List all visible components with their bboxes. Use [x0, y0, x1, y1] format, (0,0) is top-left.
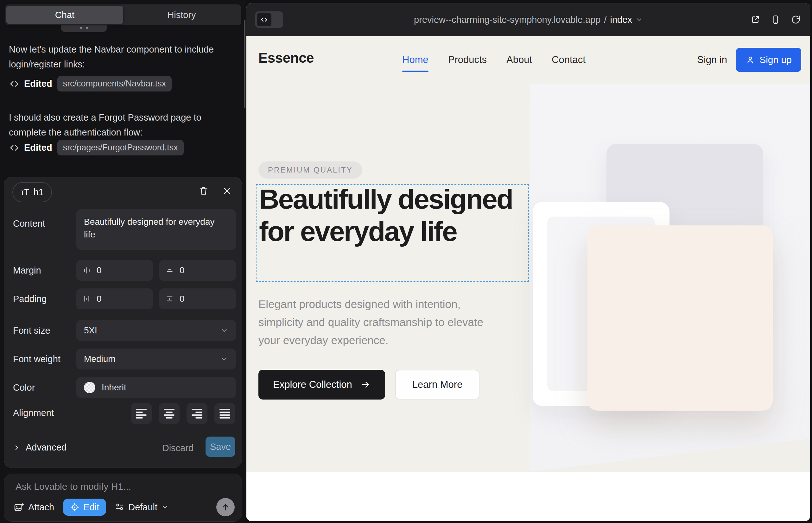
align-center-icon — [164, 409, 175, 418]
chat-sidebar: Chat History Now let's update the Navbar… — [0, 0, 246, 523]
edited-label: Edited — [24, 78, 52, 89]
font-size-value: 5XL — [84, 325, 100, 336]
code-preview-toggle[interactable] — [255, 12, 283, 28]
send-button[interactable] — [216, 498, 235, 516]
chevron-right-icon — [13, 444, 21, 451]
explore-collection-label: Explore Collection — [273, 379, 352, 390]
element-selection-outline[interactable]: Beautifully designed for everyday life — [256, 184, 529, 282]
hero-visual-panel — [530, 84, 810, 472]
advanced-label: Advanced — [26, 442, 67, 453]
arrow-right-icon — [360, 380, 371, 390]
padding-label: Padding — [13, 294, 47, 304]
composer-toolbar: Attach Edit Default — [14, 498, 235, 516]
color-swatch — [84, 382, 95, 393]
element-editor-panel: тT h1 Content Beautifully designed for e… — [4, 177, 242, 468]
content-input[interactable]: Beautifully designed for everyday life — [76, 209, 236, 250]
edit-mode-button[interactable]: Edit — [63, 499, 106, 516]
file-path-badge[interactable]: src/components/Navbar.tsx — [57, 76, 172, 91]
hero-paragraph: Elegant products designed with intention… — [259, 295, 502, 349]
sign-in-link[interactable]: Sign in — [697, 36, 727, 84]
sidebar-scrollbar[interactable] — [244, 20, 245, 108]
padding-x-field[interactable] — [76, 288, 153, 309]
margin-x-field[interactable] — [76, 260, 153, 281]
align-left-button[interactable] — [131, 403, 152, 424]
chat-composer: Attach Edit Default — [4, 474, 242, 522]
decorative-card-cream — [587, 226, 773, 411]
preview-window: preview--charming-site-symphony.lovable.… — [246, 3, 810, 521]
align-right-icon — [192, 409, 202, 418]
advanced-toggle[interactable]: Advanced — [13, 442, 67, 453]
tab-chat[interactable]: Chat — [6, 6, 123, 24]
delete-element-button[interactable] — [198, 186, 209, 196]
font-weight-select[interactable]: Medium — [76, 348, 236, 369]
mode-selector[interactable]: Default — [115, 502, 169, 512]
code-icon — [10, 79, 19, 89]
attach-button[interactable]: Attach — [14, 502, 54, 512]
font-size-select[interactable]: 5XL — [76, 320, 236, 341]
preview-actions — [751, 3, 800, 36]
hero-cta-row: Explore Collection Learn More — [259, 370, 479, 399]
padding-x-input[interactable] — [96, 293, 142, 304]
url-page: index — [610, 15, 632, 25]
nav-products[interactable]: Products — [448, 54, 487, 66]
margin-vertical-icon — [166, 266, 174, 274]
sliders-icon — [115, 502, 124, 512]
content-label: Content — [13, 218, 45, 229]
font-weight-label: Font weight — [13, 354, 60, 364]
code-icon[interactable] — [257, 13, 271, 26]
open-external-icon[interactable] — [751, 15, 760, 24]
image-plus-icon — [14, 502, 24, 512]
assistant-message: I should also create a Forgot Password p… — [9, 110, 219, 140]
site-logo[interactable]: Essence — [259, 50, 314, 66]
save-button[interactable]: Save — [206, 437, 235, 457]
margin-y-input[interactable] — [179, 265, 225, 276]
align-justify-button[interactable] — [214, 403, 235, 424]
discard-button[interactable]: Discard — [162, 443, 194, 453]
user-icon — [745, 55, 755, 65]
sign-up-button[interactable]: Sign up — [736, 48, 801, 72]
margin-x-input[interactable] — [96, 265, 142, 276]
site-nav: Home Products About Contact — [402, 36, 586, 84]
hero-heading[interactable]: Beautifully designed for everyday life — [259, 183, 519, 248]
chevron-down-icon — [636, 16, 642, 23]
chevron-down-icon — [161, 503, 169, 511]
color-select[interactable]: Inherit — [76, 377, 236, 398]
learn-more-label: Learn More — [412, 379, 463, 390]
align-right-button[interactable] — [187, 403, 208, 424]
mobile-view-icon[interactable] — [771, 15, 780, 24]
close-icon[interactable] — [222, 186, 232, 196]
type-icon: тT — [21, 188, 29, 197]
padding-y-input[interactable] — [179, 293, 225, 304]
element-tag: h1 — [34, 187, 44, 198]
edited-file-row[interactable]: Edited src/pages/ForgotPassword.tsx — [10, 140, 184, 156]
file-path-badge[interactable]: src/pages/ForgotPassword.tsx — [57, 140, 184, 156]
learn-more-button[interactable]: Learn More — [395, 370, 480, 399]
code-icon — [10, 143, 19, 152]
font-size-label: Font size — [13, 325, 50, 336]
explore-collection-button[interactable]: Explore Collection — [259, 370, 385, 399]
padding-y-field[interactable] — [159, 288, 236, 309]
color-value: Inherit — [102, 382, 126, 393]
align-left-icon — [136, 409, 147, 418]
url-bar[interactable]: preview--charming-site-symphony.lovable.… — [310, 3, 747, 36]
margin-y-field[interactable] — [159, 260, 236, 281]
assistant-message: Now let's update the Navbar component to… — [9, 42, 219, 72]
edited-file-row[interactable]: Edited src/components/Navbar.tsx — [10, 76, 172, 91]
arrow-up-icon — [221, 502, 230, 512]
composer-input[interactable] — [15, 481, 219, 492]
color-label: Color — [13, 382, 35, 393]
nav-home[interactable]: Home — [402, 54, 428, 66]
rendered-site: Essence Home Products About Contact Sign… — [246, 36, 810, 521]
align-justify-icon — [219, 409, 230, 418]
selected-element-chip[interactable]: тT h1 — [12, 182, 52, 202]
alignment-buttons — [131, 403, 235, 424]
tab-history[interactable]: History — [123, 6, 240, 24]
nav-contact[interactable]: Contact — [552, 54, 586, 66]
preview-toolbar: preview--charming-site-symphony.lovable.… — [246, 3, 810, 36]
align-center-button[interactable] — [159, 403, 180, 424]
hero-badge: PREMIUM QUALITY — [259, 161, 362, 179]
edit-label: Edit — [83, 502, 99, 512]
refresh-icon[interactable] — [791, 15, 800, 24]
nav-about[interactable]: About — [506, 54, 532, 66]
target-icon — [70, 502, 80, 512]
